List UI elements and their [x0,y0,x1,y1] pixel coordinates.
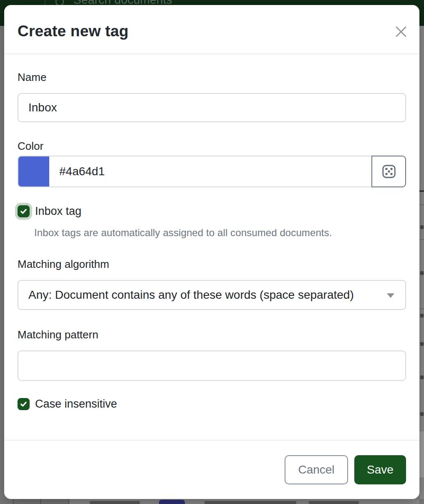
table-text-fragment [420,225,424,229]
color-label: Color [18,140,406,153]
inbox-tag-row: Inbox tag [18,205,406,218]
close-button[interactable] [394,24,409,39]
table-text-fragment [90,501,140,504]
color-input-group [18,156,406,187]
inbox-tag-checkbox[interactable] [18,205,30,217]
table-header-border [419,190,424,192]
close-icon [394,24,409,39]
table-light-block [419,431,424,477]
table-row-line [419,204,424,205]
dialog-title: Create new tag [18,23,406,40]
matching-pattern-label: Matching pattern [18,328,406,341]
create-tag-dialog: Create new tag Name Color [4,5,419,499]
table-row-line [419,308,424,309]
checkmark-icon [20,207,28,215]
table-text-fragment [420,314,424,318]
matching-algorithm-label: Matching algorithm [18,258,406,271]
table-row-line [419,239,424,240]
table-text-fragment [204,501,296,504]
color-swatch [18,156,49,187]
dialog-header: Create new tag [4,5,419,54]
save-button[interactable]: Save [354,455,406,484]
table-text-fragment [309,501,359,504]
chevron-down-icon [387,293,394,298]
table-text-fragment [420,412,424,416]
matching-algorithm-select[interactable]: Any: Document contains any of these word… [18,280,406,310]
case-insensitive-row: Case insensitive [18,398,406,411]
cancel-button[interactable]: Cancel [285,455,348,484]
background-table-edge [419,26,424,504]
dialog-footer: Cancel Save [4,440,419,499]
color-field[interactable] [49,156,372,187]
inbox-tag-label[interactable]: Inbox tag [35,205,81,218]
random-color-button[interactable] [371,156,406,187]
table-column-line [40,499,41,504]
table-column-line [68,499,69,504]
name-field[interactable] [18,93,406,122]
checkmark-icon [20,400,28,408]
case-insensitive-checkbox[interactable] [18,398,30,410]
matching-algorithm-value: Any: Document contains any of these word… [28,288,354,302]
inbox-tag-hint: Inbox tags are automatically assigned to… [34,227,406,239]
dice-icon [381,164,397,179]
dialog-body: Name Color In [4,54,419,440]
table-text-fragment [420,342,424,346]
case-insensitive-label[interactable]: Case insensitive [35,398,117,411]
table-text-fragment [420,271,424,275]
matching-pattern-field[interactable] [18,350,406,381]
background-primary-button [159,500,185,504]
table-column-line [13,499,14,504]
background-table-bottom [0,499,424,504]
name-label: Name [18,71,406,84]
table-text-fragment [420,375,424,379]
